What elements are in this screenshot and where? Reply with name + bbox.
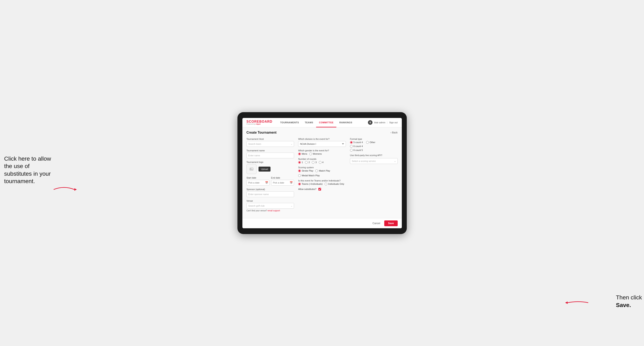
format-6count4-radio[interactable] — [350, 145, 353, 148]
rounds-1-radio[interactable] — [298, 161, 301, 164]
back-link[interactable]: Back — [390, 131, 398, 134]
venue-select-arrow-icon: ⌄ — [291, 204, 292, 207]
teams-plus-radio[interactable] — [298, 183, 301, 185]
date-row: Start date 📅 End date 📅 — [246, 176, 294, 185]
rounds-3-label: 3 — [315, 161, 316, 164]
image-icon — [250, 167, 254, 171]
scoring-medal[interactable]: Medal Match Play — [298, 174, 320, 177]
api-label: Use third-party live scoring API? — [350, 154, 398, 157]
nav-committee[interactable]: COMMITTEE — [316, 118, 336, 127]
individuals-only-radio[interactable] — [324, 183, 327, 185]
format-6count4[interactable]: 6 count 4 — [350, 145, 398, 148]
scoring-system-label: Scoring system — [298, 166, 346, 169]
scoring-service-select[interactable]: Select a scoring service — [350, 158, 398, 164]
division-select[interactable]: NCAA Division I — [298, 141, 346, 147]
format-5count4-radio[interactable] — [350, 141, 353, 144]
rounds-2[interactable]: 2 — [305, 161, 310, 164]
format-row-1: 5 count 4 Other — [350, 141, 398, 144]
calendar-icon: 📅 — [265, 181, 268, 184]
gender-womens-radio[interactable] — [309, 153, 312, 155]
rounds-1[interactable]: 1 — [298, 161, 303, 164]
form-left-col: Tournament Host ⌄ Tournament name Tourna… — [246, 138, 294, 214]
user-name: blair admin — [374, 121, 385, 124]
rounds-2-radio[interactable] — [305, 161, 308, 164]
teams-section: Is this event for Teams and/or Individua… — [298, 179, 346, 185]
calendar-icon-end: 📅 — [290, 181, 293, 184]
individuals-only-label: Individuals Only — [328, 183, 344, 185]
tournament-host-section: Tournament Host ⌄ — [246, 138, 294, 147]
email-support-link[interactable]: email support — [268, 209, 280, 212]
arrow-left-icon — [52, 183, 76, 196]
nav-user: B blair admin | Sign out — [368, 120, 398, 125]
individuals-only[interactable]: Individuals Only — [324, 183, 344, 185]
sign-out-link[interactable]: Sign out — [389, 121, 398, 124]
scoring-match[interactable]: Match Play — [315, 170, 330, 172]
upload-button[interactable]: Upload — [258, 167, 271, 172]
format-section: Format type 5 count 4 Other — [350, 138, 398, 152]
venue-help: Can't find your venue? email support — [246, 209, 294, 212]
tournament-name-label: Tournament name — [246, 149, 294, 152]
scoring-stroke-radio[interactable] — [298, 170, 301, 172]
format-other-radio[interactable] — [366, 141, 369, 144]
nav-tournaments[interactable]: TOURNAMENTS — [277, 118, 302, 127]
logo-scoreboard: SCOREBOARD — [246, 120, 272, 123]
tournament-name-section: Tournament name — [246, 149, 294, 158]
scoring-select-wrap: Select a scoring service — [350, 158, 398, 164]
logo-powered: Powered by clippd — [246, 123, 272, 125]
rounds-3-radio[interactable] — [312, 161, 314, 164]
scoring-match-label: Match Play — [319, 170, 330, 172]
svg-marker-0 — [74, 188, 77, 191]
page-title: Create Tournament — [246, 131, 277, 135]
venue-label: Venue — [246, 200, 294, 202]
substitutes-label[interactable]: Allow substitutes? — [298, 188, 346, 190]
start-date-section: Start date 📅 — [246, 176, 270, 185]
scoring-medal-label: Medal Match Play — [302, 174, 320, 177]
venue-input[interactable] — [246, 203, 294, 209]
nav-rankings[interactable]: RANKINGS — [336, 118, 355, 127]
format-6count4-label: 6 count 4 — [354, 145, 363, 148]
gender-mens-radio[interactable] — [298, 153, 301, 155]
logo-upload-area: Upload — [246, 164, 294, 174]
logo-placeholder — [246, 164, 256, 174]
format-5count4[interactable]: 5 count 4 — [350, 141, 363, 144]
cancel-button[interactable]: Cancel — [370, 221, 382, 226]
start-date-label: Start date — [246, 176, 270, 179]
rounds-3[interactable]: 3 — [312, 161, 316, 164]
tablet-frame: SCOREBOARD Powered by clippd TOURNAMENTS… — [238, 112, 407, 234]
nav-teams[interactable]: TEAMS — [302, 118, 316, 127]
page-content: Create Tournament Back Tournament Host ⌄… — [242, 127, 402, 218]
api-section: Use third-party live scoring API? Select… — [350, 154, 398, 164]
teams-plus-individuals[interactable]: Teams (+Individuals) — [298, 183, 322, 185]
gender-mens[interactable]: Mens — [298, 153, 307, 155]
tournament-host-input[interactable] — [246, 141, 294, 147]
substitutes-section: Allow substitutes? — [298, 188, 346, 190]
sponsor-input[interactable] — [246, 191, 294, 197]
rounds-radio-group: 1 2 3 4 — [298, 161, 346, 164]
substitutes-checkbox[interactable] — [318, 188, 321, 190]
division-label: Which division is the event for? — [298, 138, 346, 140]
rounds-1-label: 1 — [302, 161, 303, 164]
tournament-name-input[interactable] — [246, 153, 294, 158]
form-footer: Cancel Save — [242, 218, 402, 228]
substitutes-text: Allow substitutes? — [298, 188, 316, 190]
teams-radio-group: Teams (+Individuals) Individuals Only — [298, 183, 346, 185]
rounds-4[interactable]: 4 — [319, 161, 324, 164]
gender-womens[interactable]: Womens — [309, 153, 322, 155]
scoring-medal-radio[interactable] — [298, 174, 301, 177]
gender-label: Which gender is the event for? — [298, 149, 346, 152]
scoring-match-radio[interactable] — [315, 170, 318, 172]
select-arrow-icon: ⌄ — [291, 143, 292, 145]
end-date-section: End date 📅 — [271, 176, 294, 185]
scoring-stroke[interactable]: Stroke Play — [298, 170, 313, 172]
arrow-right-icon — [566, 299, 590, 307]
format-6count5-label: 6 count 5 — [354, 149, 363, 151]
format-6count5-radio[interactable] — [350, 149, 353, 152]
scoring-stroke-label: Stroke Play — [302, 170, 313, 172]
format-row-2: 6 count 4 — [350, 145, 398, 148]
format-6count5[interactable]: 6 count 5 — [350, 149, 398, 152]
gender-mens-label: Mens — [302, 153, 307, 155]
save-button[interactable]: Save — [384, 220, 398, 226]
format-other[interactable]: Other — [366, 141, 375, 144]
rounds-4-radio[interactable] — [319, 161, 322, 164]
sponsor-label: Sponsor (optional) — [246, 188, 294, 190]
